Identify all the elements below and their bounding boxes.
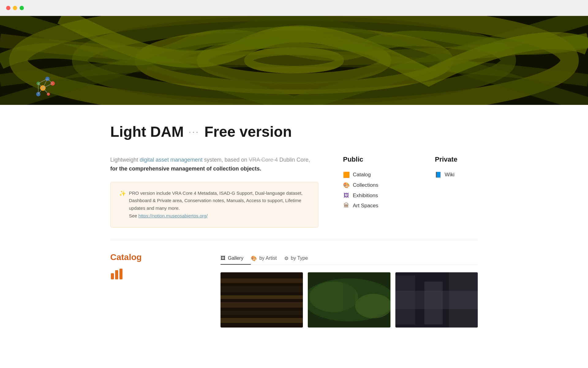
svg-rect-27 <box>221 302 303 308</box>
public-nav-column: Public 🟧 Catalog 🎨 Collections 🖼 Exhibit… <box>343 155 404 211</box>
description-middle: system, based on <box>202 157 249 163</box>
catalog-right: 🖼 Gallery 🎨 by Artist ⚙ by Type <box>221 252 478 328</box>
gallery-item-3[interactable] <box>395 272 478 328</box>
description-after: Dublin Core, <box>278 157 310 163</box>
tab-by-artist-label: by Artist <box>259 255 277 261</box>
tabs-area: 🖼 Gallery 🎨 by Artist ⚙ by Type <box>221 252 478 265</box>
svg-rect-28 <box>221 311 303 315</box>
svg-rect-21 <box>115 270 118 279</box>
tab-by-type[interactable]: ⚙ by Type <box>284 252 315 265</box>
sparkle-icon: ✨ <box>119 190 126 197</box>
gallery-grid <box>221 272 478 328</box>
pro-box-text: PRO version include VRA Core 4 Metadata,… <box>129 190 310 220</box>
nav-item-art-spaces-label: Art Spaces <box>353 203 378 209</box>
pro-box-main-text: PRO version include VRA Core 4 Metadata,… <box>129 190 303 211</box>
tab-gallery-icon: 🖼 <box>221 255 225 261</box>
nav-item-collections[interactable]: 🎨 Collections <box>343 180 404 190</box>
art-spaces-icon: 🏛 <box>343 202 350 209</box>
description-paragraph: Lightweight digital asset management sys… <box>110 155 318 173</box>
svg-point-33 <box>355 294 390 318</box>
catalog-bar-chart <box>110 267 129 279</box>
dam-link[interactable]: digital asset management <box>140 157 202 163</box>
nav-item-catalog[interactable]: 🟧 Catalog <box>343 170 404 180</box>
traffic-light-minimize[interactable] <box>13 6 17 10</box>
right-columns: Public 🟧 Catalog 🎨 Collections 🖼 Exhibit… <box>343 155 496 211</box>
title-area: Light DAM ··· Free version <box>110 123 478 140</box>
browser-chrome <box>0 0 588 16</box>
page-title-sub: Free version <box>204 123 292 140</box>
hero-svg-background <box>0 16 588 105</box>
svg-rect-25 <box>221 286 303 292</box>
public-nav-title: Public <box>343 155 404 163</box>
catalog-section: Catalog 🖼 Gallery 🎨 by Artist <box>110 252 478 328</box>
section-divider <box>110 240 478 240</box>
svg-rect-20 <box>111 273 114 279</box>
title-separator: ··· <box>189 127 199 137</box>
svg-line-12 <box>47 79 53 83</box>
nav-item-exhibitions[interactable]: 🖼 Exhibitions <box>343 190 404 201</box>
tab-by-type-icon: ⚙ <box>284 255 288 261</box>
pro-box-link[interactable]: https://notion.museosabiertos.org/ <box>138 213 208 218</box>
nav-item-wiki-label: Wiki <box>445 172 454 178</box>
left-column: Lightweight digital asset management sys… <box>110 155 318 228</box>
nav-item-wiki[interactable]: 📘 Wiki <box>435 170 496 180</box>
tab-by-type-label: by Type <box>291 255 308 261</box>
svg-rect-26 <box>221 295 303 299</box>
nav-item-exhibitions-label: Exhibitions <box>353 193 378 199</box>
traffic-light-fullscreen[interactable] <box>20 6 24 10</box>
nav-item-collections-label: Collections <box>353 182 378 188</box>
description-bold: for the comprehensive management of coll… <box>110 166 261 172</box>
tab-gallery[interactable]: 🖼 Gallery <box>221 252 251 265</box>
pro-box-header: ✨ PRO version include VRA Core 4 Metadat… <box>119 190 310 220</box>
svg-rect-34 <box>343 282 355 318</box>
wiki-icon: 📘 <box>435 171 442 178</box>
svg-rect-29 <box>221 318 303 323</box>
nav-item-art-spaces[interactable]: 🏛 Art Spaces <box>343 201 404 211</box>
logo-network-icon <box>31 74 61 99</box>
svg-line-16 <box>43 88 48 94</box>
hero-banner <box>0 16 588 105</box>
traffic-light-close[interactable] <box>6 6 10 10</box>
tab-by-artist[interactable]: 🎨 by Artist <box>251 252 284 265</box>
collections-icon: 🎨 <box>343 182 350 189</box>
tab-gallery-label: Gallery <box>228 255 243 261</box>
gallery-item-2[interactable] <box>308 272 390 328</box>
catalog-icons <box>110 267 202 279</box>
content-columns: Lightweight digital asset management sys… <box>110 155 478 228</box>
main-content: Light DAM ··· Free version Lightweight d… <box>80 105 508 340</box>
pro-box-see-label: See <box>129 213 138 218</box>
gallery-item-1[interactable] <box>221 272 303 328</box>
svg-rect-39 <box>395 291 478 309</box>
nav-item-catalog-label: Catalog <box>353 172 371 178</box>
catalog-section-title: Catalog <box>110 252 202 262</box>
catalog-icon: 🟧 <box>343 171 350 178</box>
description-prefix: Lightweight <box>110 157 140 163</box>
private-nav-column: Private 📘 Wiki <box>435 155 496 211</box>
private-nav-title: Private <box>435 155 496 163</box>
tab-by-artist-icon: 🎨 <box>251 255 257 261</box>
svg-rect-22 <box>119 269 123 279</box>
catalog-left: Catalog <box>110 252 202 328</box>
svg-rect-24 <box>221 278 303 283</box>
page-title-main: Light DAM <box>110 123 184 140</box>
exhibitions-icon: 🖼 <box>343 192 350 199</box>
pro-box: ✨ PRO version include VRA Core 4 Metadat… <box>110 182 318 228</box>
strikethrough-text: VRA Core 4 <box>249 157 278 163</box>
